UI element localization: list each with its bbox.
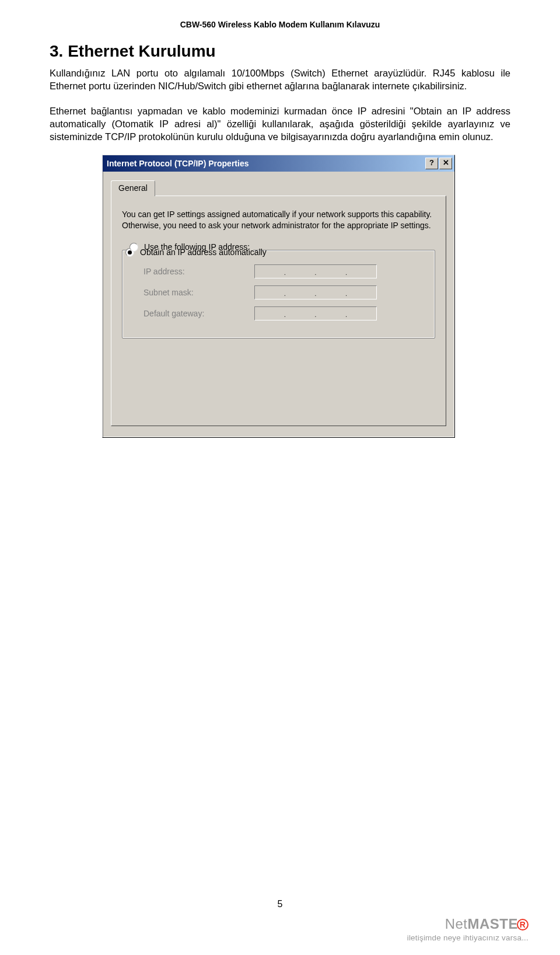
brand-tagline: iletişimde neye ihtiyacınız varsa... xyxy=(407,933,528,942)
paragraph-intro-1: Kullandığınız LAN portu oto algılamalı 1… xyxy=(50,67,510,93)
footer-brand: NetMASTER iletişimde neye ihtiyacınız va… xyxy=(407,916,528,942)
section-title: 3. Ethernet Kurulumu xyxy=(50,42,510,61)
ip-address-input[interactable]: ... xyxy=(254,264,377,278)
paragraph-intro-2: Ethernet bağlantısı yapmadan ve kablo mo… xyxy=(50,104,510,144)
dialog-body: General You can get IP settings assigned… xyxy=(103,172,454,437)
dialog-title-text: Internet Protocol (TCP/IP) Properties xyxy=(105,159,425,168)
brand-r-icon: R xyxy=(517,919,528,930)
ip-address-label: IP address: xyxy=(144,267,254,276)
radio-use-following-ip[interactable]: Use the following IP address: xyxy=(126,242,253,252)
page-number: 5 xyxy=(0,899,560,909)
default-gateway-label: Default gateway: xyxy=(144,309,254,318)
tab-general[interactable]: General xyxy=(111,180,155,196)
tcpip-properties-dialog: Internet Protocol (TCP/IP) Properties ? … xyxy=(102,155,455,438)
radio-use-label: Use the following IP address: xyxy=(144,242,250,252)
tab-panel-general: You can get IP settings assigned automat… xyxy=(111,196,446,426)
subnet-mask-input[interactable]: ... xyxy=(254,285,377,299)
dialog-title-bar: Internet Protocol (TCP/IP) Properties ? … xyxy=(103,155,454,172)
close-button[interactable]: ✕ xyxy=(439,158,452,169)
brand-net-text: Net xyxy=(445,916,468,932)
subnet-mask-label: Subnet mask: xyxy=(144,288,254,297)
default-gateway-input[interactable]: ... xyxy=(254,306,377,320)
help-button[interactable]: ? xyxy=(425,158,438,169)
static-ip-group: Use the following IP address: IP address… xyxy=(122,250,435,339)
document-header: CBW-560 Wireless Kablo Modem Kullanım Kı… xyxy=(50,20,510,29)
radio-indicator-unselected-icon xyxy=(130,243,138,252)
brand-master-text: MASTE xyxy=(468,916,519,932)
panel-description: You can get IP settings assigned automat… xyxy=(122,209,435,231)
